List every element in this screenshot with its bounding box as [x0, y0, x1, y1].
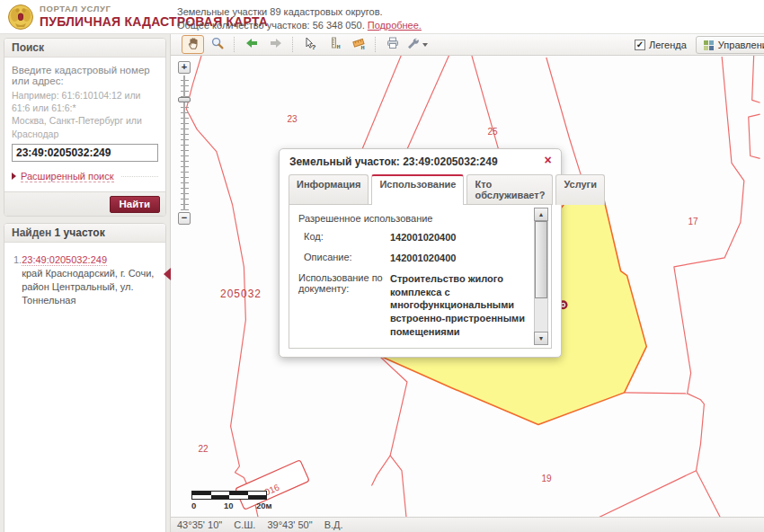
row-value: 142001020400 — [390, 252, 528, 265]
latitude-dir: С.Ш. — [234, 519, 255, 530]
measure-length-button[interactable]: н — [323, 35, 345, 54]
parcel-line — [749, 114, 760, 158]
result-cadastral-link[interactable]: 23:49:0205032:249 — [22, 254, 107, 266]
search-hint-1: Например: 61:6:10104:12 или 61:6 или 61:… — [12, 89, 158, 114]
parcel-line — [371, 456, 390, 486]
row-label: Описание: — [298, 252, 390, 265]
tab-information[interactable]: Информация — [289, 174, 369, 205]
result-number: 1. — [13, 254, 22, 308]
search-input-label: Введите кадастровый номер или адрес: — [12, 65, 158, 86]
svg-text:н: н — [336, 43, 340, 49]
tab-who-serves[interactable]: Кто обслуживает? — [466, 174, 553, 205]
cursor-question-icon: ? — [303, 36, 317, 54]
scroll-down-icon[interactable]: ▼ — [534, 332, 548, 345]
longitude-dir: В.Д. — [324, 519, 343, 530]
toolbar-separator — [292, 37, 293, 52]
scrollbar-thumb[interactable] — [535, 221, 547, 298]
measure-area-button[interactable]: н — [347, 35, 369, 54]
search-panel-title: Поиск — [4, 39, 165, 58]
parcel-line — [565, 471, 697, 517]
popup-title: Земельный участок: 23:49:0205032:249 — [280, 149, 561, 172]
parcel-line — [378, 355, 407, 517]
advanced-search-arrow-icon — [12, 173, 16, 180]
toolbar-separator — [375, 37, 376, 52]
latitude-value: 43°35' 10" — [177, 519, 222, 530]
divider — [121, 176, 158, 177]
quarter-label: 205032 — [220, 288, 262, 300]
chevron-down-icon — [422, 43, 428, 47]
back-button[interactable] — [240, 35, 262, 54]
toolbar-separator — [234, 37, 235, 52]
close-icon[interactable]: × — [541, 154, 555, 167]
print-button[interactable] — [381, 35, 404, 54]
zoom-slider-track[interactable] — [178, 75, 191, 210]
tab-services[interactable]: Услуги — [555, 174, 605, 205]
scroll-up-icon[interactable]: ▲ — [534, 208, 548, 221]
scale-tick-20: 20м — [256, 501, 272, 510]
row-label: Код: — [298, 231, 390, 244]
results-title: Найден 1 участок — [4, 224, 165, 243]
svg-text:?: ? — [311, 43, 315, 50]
hand-icon — [186, 36, 200, 54]
map-toolbar: ? н н Легенда Управление карт — [171, 34, 764, 56]
tools-dropdown-button[interactable] — [405, 35, 428, 54]
printer-icon — [386, 36, 400, 54]
scale-tick-10: 10 — [224, 501, 234, 510]
results-panel: Найден 1 участок 1. 23:49:0205032:249 кр… — [4, 223, 166, 532]
coat-of-arms-logo — [6, 2, 35, 36]
parcel-label: 19 — [541, 474, 551, 483]
popup-content: Разрешенное использование Код: 142001020… — [289, 204, 552, 349]
sidebar-collapse-arrow[interactable] — [164, 268, 171, 280]
map-status-bar: 43°35' 10" С.Ш. 39°43' 50" В.Д. — [171, 517, 764, 532]
parcel-label: 17 — [688, 217, 697, 226]
ruler-area-icon: н — [351, 36, 366, 54]
parcel-label: 25 — [487, 127, 497, 137]
pan-tool-button[interactable] — [182, 35, 204, 54]
zoom-slider-handle[interactable] — [178, 97, 191, 102]
parcel-line — [674, 57, 744, 517]
search-panel: Поиск Введите кадастровый номер или адре… — [4, 38, 166, 217]
top-header: ПОРТАЛ УСЛУГ ПУБЛИЧНАЯ КАДАСТРОВАЯ КАРТА… — [0, 0, 764, 34]
sidebar: Поиск Введите кадастровый номер или адре… — [0, 34, 171, 532]
scrollbar-track[interactable] — [534, 221, 548, 332]
scale-tick-0: 0 — [191, 501, 196, 510]
stats-line1: Земельные участки 89 кадастровых округов… — [177, 5, 422, 19]
parcel-info-popup: Земельный участок: 23:49:0205032:249 × И… — [279, 148, 562, 358]
popup-tabs: Информация Использование Кто обслуживает… — [280, 173, 561, 205]
ruler-length-icon: н — [327, 36, 342, 54]
map-control-button[interactable]: Управление карт — [696, 36, 764, 54]
advanced-search-link[interactable]: Расширенный поиск — [21, 171, 114, 182]
results-count: 1 участок — [55, 226, 105, 239]
find-button[interactable]: Найти — [110, 196, 160, 213]
search-hint-2: Москва, Санкт-Петербург или Краснодар — [12, 114, 158, 139]
map-canvas[interactable]: 23 25 17 205032 23:49 8 249 23 22 19 101… — [171, 56, 764, 517]
more-link[interactable]: Подробнее. — [368, 20, 422, 31]
longitude-value: 39°43' 50" — [267, 519, 312, 530]
scale-bar: 0 10 20м — [191, 491, 267, 510]
arrow-right-icon — [269, 36, 283, 54]
result-item: 1. 23:49:0205032:249 край Краснодарский,… — [4, 243, 165, 308]
zoom-in-button[interactable]: + — [178, 61, 191, 74]
svg-text:н: н — [360, 44, 364, 50]
layers-grid-icon — [704, 40, 714, 50]
stats-line2: Общее количество участков: 56 348 050. — [177, 20, 365, 31]
row-value: Строительство жилого комплекса с многофу… — [390, 272, 528, 339]
zoom-out-button[interactable]: − — [178, 212, 191, 225]
map-control-label: Управление карт — [718, 40, 764, 50]
tab-usage[interactable]: Использование — [371, 174, 464, 205]
zoom-slider: + − — [178, 61, 191, 225]
identify-tool-button[interactable]: ? — [298, 35, 321, 54]
legend-label: Легенда — [649, 40, 687, 50]
parcel-label: 22 — [198, 444, 208, 454]
forward-button[interactable] — [264, 35, 287, 54]
zoom-tool-button[interactable] — [206, 35, 228, 54]
parcel-line — [752, 56, 760, 102]
magnifier-icon — [210, 36, 225, 54]
legend-checkbox[interactable] — [635, 40, 645, 50]
row-label: Использование по документу: — [298, 272, 390, 339]
parcel-label: 23 — [287, 114, 297, 124]
row-value: 142001020400 — [390, 231, 528, 244]
cadastral-search-input[interactable] — [12, 144, 158, 162]
result-address: край Краснодарский, г. Сочи, район Центр… — [22, 267, 158, 308]
arrow-left-icon — [244, 36, 259, 54]
